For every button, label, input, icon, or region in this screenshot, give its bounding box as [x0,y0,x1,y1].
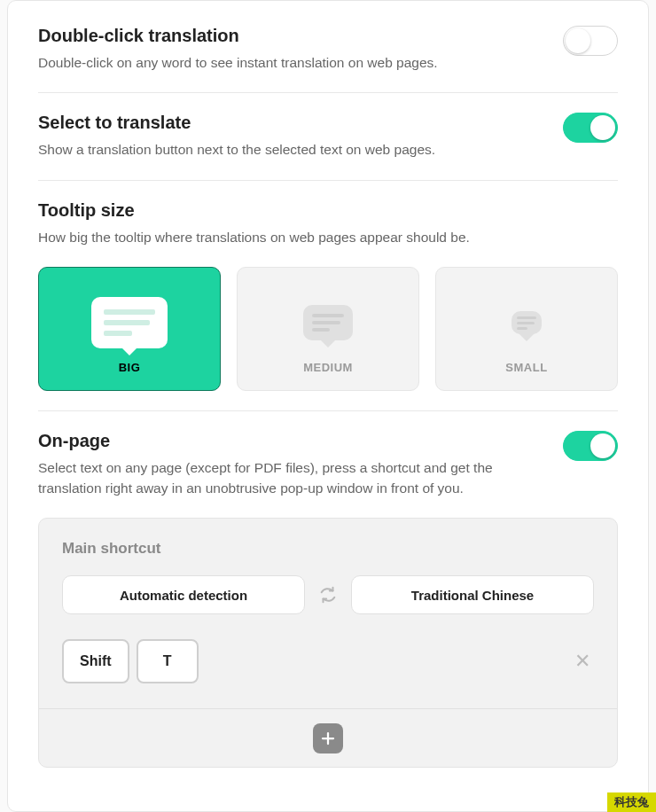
add-shortcut-button[interactable] [313,723,343,753]
select-translate-toggle[interactable] [563,113,618,143]
tooltip-size-title: Tooltip size [38,200,618,221]
swap-icon[interactable] [317,585,339,605]
on-page-desc: Select text on any page (except for PDF … [38,458,535,498]
double-click-title: Double-click translation [38,26,618,46]
tooltip-icon [91,297,168,348]
watermark: 科技兔 [607,792,656,812]
section-select-translate: Select to translate Show a translation b… [38,113,618,180]
tooltip-size-options: BIG MEDIUM SMALL [38,267,618,391]
tooltip-icon [512,311,542,334]
double-click-toggle[interactable] [563,26,618,56]
settings-card: Double-click translation Double-click on… [7,0,649,812]
tooltip-size-small[interactable]: SMALL [435,267,618,391]
section-double-click: Double-click translation Double-click on… [38,26,618,93]
size-label: BIG [119,361,141,374]
section-on-page: On-page Select text on any page (except … [38,431,618,787]
select-translate-title: Select to translate [38,113,618,133]
toggle-knob [590,115,615,140]
language-row: Automatic detection Traditional Chinese [62,575,594,614]
size-label: SMALL [505,361,547,374]
shortcut-key-1[interactable]: Shift [62,639,129,683]
target-language-button[interactable]: Traditional Chinese [351,575,594,614]
toggle-knob [566,28,590,53]
tooltip-size-medium[interactable]: MEDIUM [237,267,419,391]
size-label: MEDIUM [303,361,353,374]
shortcut-key-2[interactable]: T [137,639,199,683]
double-click-desc: Double-click on any word to see instant … [38,53,535,73]
source-language-button[interactable]: Automatic detection [62,575,305,614]
tooltip-size-big[interactable]: BIG [38,267,221,391]
section-tooltip-size: Tooltip size How big the tooltip where t… [38,200,618,411]
on-page-toggle[interactable] [563,431,618,461]
add-shortcut-bar [39,708,617,767]
tooltip-icon [303,305,353,340]
shortcut-panel: Main shortcut Automatic detection Tradit… [38,518,618,768]
shortcut-keys-row: Shift T ✕ [62,639,594,683]
toggle-knob [590,433,615,458]
on-page-title: On-page [38,431,618,451]
shortcut-title: Main shortcut [62,540,594,558]
clear-shortcut-icon[interactable]: ✕ [574,650,590,673]
select-translate-desc: Show a translation button next to the se… [38,140,535,160]
tooltip-size-desc: How big the tooltip where translations o… [38,228,535,247]
